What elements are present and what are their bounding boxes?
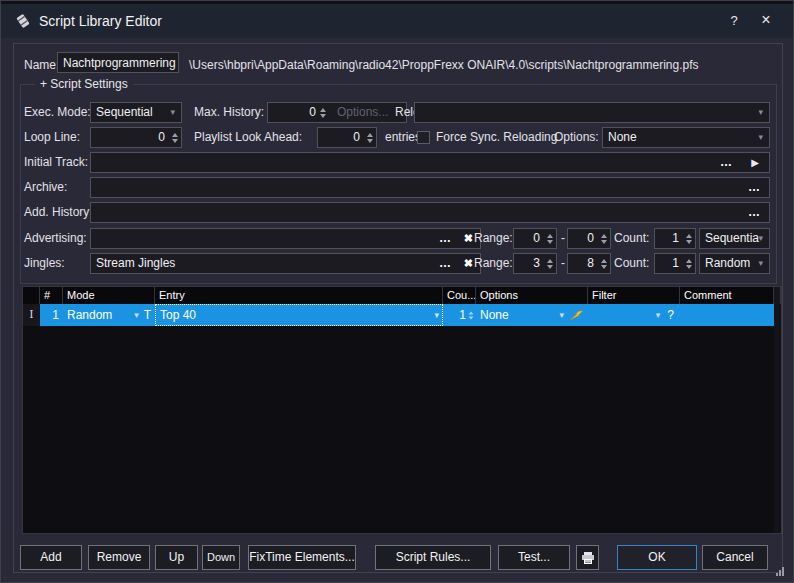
header-mode[interactable]: Mode [63, 287, 155, 304]
test-button[interactable]: Test... [498, 545, 570, 570]
fixtime-elements-button[interactable]: FixTime Elements... [248, 545, 356, 570]
spin-up-icon[interactable] [601, 234, 607, 238]
filter-help-icon[interactable]: ? [667, 308, 674, 322]
browse-ellipsis-icon[interactable]: … [439, 229, 452, 248]
chevron-down-icon: ▾ [170, 103, 175, 122]
header-count[interactable]: Cou... [443, 287, 476, 304]
jingles-mode-dropdown[interactable]: Random ▾ [699, 253, 770, 274]
spin-down-icon[interactable] [686, 265, 692, 269]
jingles-field[interactable]: Stream Jingles … ✖ [90, 253, 481, 274]
spin-up-icon[interactable] [469, 311, 474, 314]
script-rules-button[interactable]: Script Rules... [375, 545, 491, 570]
look-ahead-value: 0 [318, 128, 363, 147]
spin-up-icon[interactable] [367, 133, 373, 137]
spin-up-icon[interactable] [601, 259, 607, 263]
reload-dropdown[interactable]: ▾ [414, 102, 770, 123]
max-history-spinner[interactable]: 0 [268, 103, 316, 122]
spin-up-icon[interactable] [547, 259, 553, 263]
exec-mode-dropdown[interactable]: Sequential ▾ [90, 102, 182, 123]
spin-arrows[interactable] [543, 229, 556, 248]
spin-down-icon[interactable] [469, 316, 474, 319]
look-ahead-spin-arrows[interactable] [363, 128, 376, 147]
loop-line-spin-arrows[interactable] [168, 128, 181, 147]
resize-grip[interactable] [776, 567, 784, 576]
spin-up-icon[interactable] [686, 234, 692, 238]
row-filter-dropdown[interactable]: ▾ ? [588, 304, 680, 326]
spin-down-icon[interactable] [547, 265, 553, 269]
advertising-field[interactable]: … ✖ [90, 228, 481, 249]
print-button[interactable] [576, 545, 599, 570]
close-button[interactable]: × [751, 4, 781, 38]
table-row[interactable]: I 1 Random ▾ T Top 40 ▾ [23, 304, 781, 326]
advertising-mode-dropdown[interactable]: Sequentia ▾ [699, 228, 770, 249]
header-options[interactable]: Options [476, 287, 588, 304]
spin-down-icon[interactable] [601, 240, 607, 244]
add-history-label: Add. History: [24, 202, 93, 223]
row-mode-value: Random [67, 308, 131, 322]
header-num[interactable]: # [40, 287, 63, 304]
loop-line-spinner[interactable]: 0 [90, 127, 182, 148]
force-sync-checkbox[interactable] [417, 131, 430, 144]
up-button[interactable]: Up [155, 545, 198, 570]
spin-down-icon[interactable] [686, 240, 692, 244]
header-comment[interactable]: Comment [680, 287, 774, 304]
vertical-scrollbar[interactable] [774, 304, 781, 533]
titlebar[interactable]: Script Library Editor ? × [1, 4, 793, 38]
play-icon[interactable]: ▶ [751, 153, 759, 172]
cancel-button[interactable]: Cancel [702, 545, 768, 570]
look-ahead-spinner[interactable]: 0 [317, 127, 377, 148]
add-button[interactable]: Add [20, 545, 82, 570]
help-button[interactable]: ? [719, 4, 749, 38]
header-filter[interactable]: Filter [588, 287, 680, 304]
row-options-dropdown[interactable]: None ▾ [476, 304, 588, 326]
advertising-range-to-spinner[interactable]: 0 [567, 228, 611, 249]
spin-up-icon[interactable] [172, 133, 178, 137]
advertising-count-spinner[interactable]: 1 [654, 228, 696, 249]
spin-arrows[interactable] [597, 254, 610, 273]
spin-arrows[interactable] [597, 229, 610, 248]
row-mode-type: T [144, 308, 151, 322]
header-entry[interactable]: Entry [155, 287, 443, 304]
browse-ellipsis-icon[interactable]: … [720, 153, 733, 172]
browse-ellipsis-icon[interactable]: … [439, 254, 452, 273]
archive-label: Archive: [24, 177, 67, 198]
spin-up-icon[interactable] [320, 108, 326, 112]
spin-arrows[interactable] [468, 311, 474, 320]
browse-ellipsis-icon[interactable]: … [748, 178, 761, 197]
jingles-count-value: 1 [655, 254, 682, 273]
spin-down-icon[interactable] [320, 114, 326, 118]
remove-button[interactable]: Remove [88, 545, 150, 570]
clear-icon[interactable]: ✖ [464, 229, 473, 248]
advertising-range-from-spinner[interactable]: 0 [513, 228, 557, 249]
options-dropdown[interactable]: None ▾ [602, 127, 770, 148]
archive-field[interactable]: … [90, 177, 770, 198]
jingles-range-from-spinner[interactable]: 3 [513, 253, 557, 274]
spin-up-icon[interactable] [547, 234, 553, 238]
row-entry-dropdown[interactable]: Top 40 ▾ [155, 304, 443, 326]
add-history-field[interactable]: … [90, 202, 770, 223]
spin-up-icon[interactable] [686, 259, 692, 263]
spin-down-icon[interactable] [601, 265, 607, 269]
advertising-range-from-value: 0 [514, 229, 543, 248]
script-settings-group-label[interactable]: + Script Settings [35, 76, 133, 92]
spin-arrows[interactable] [682, 229, 695, 248]
row-comment[interactable] [680, 304, 774, 326]
jingles-count-spinner[interactable]: 1 [654, 253, 696, 274]
browse-ellipsis-icon[interactable]: … [748, 203, 761, 222]
initial-track-field[interactable]: … ▶ [90, 152, 770, 173]
ok-button[interactable]: OK [617, 545, 697, 570]
spin-arrows[interactable] [543, 254, 556, 273]
jingles-range-to-spinner[interactable]: 8 [567, 253, 611, 274]
name-input[interactable] [57, 52, 179, 73]
max-history-options-button[interactable]: Options... [329, 103, 388, 122]
row-count-spinner[interactable]: 1 [443, 304, 476, 326]
clear-icon[interactable]: ✖ [464, 254, 473, 273]
spin-down-icon[interactable] [367, 139, 373, 143]
row-mode-dropdown[interactable]: Random ▾ T [63, 304, 155, 326]
spin-down-icon[interactable] [172, 139, 178, 143]
max-history-spin-arrows[interactable] [316, 103, 329, 122]
down-button[interactable]: Down [202, 545, 240, 570]
spin-down-icon[interactable] [547, 240, 553, 244]
run-options-lightning-icon[interactable] [569, 309, 584, 322]
spin-arrows[interactable] [682, 254, 695, 273]
